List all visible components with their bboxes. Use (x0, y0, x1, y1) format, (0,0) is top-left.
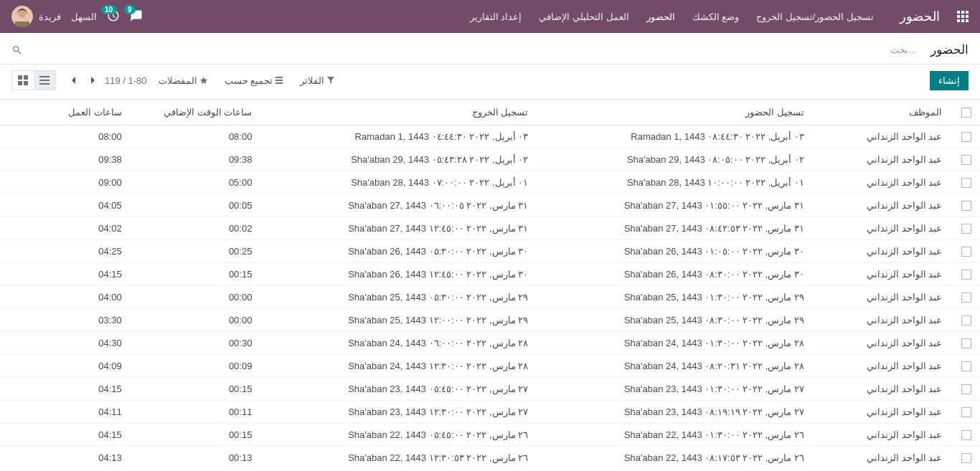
pager-text[interactable]: 1-80 / 119 (105, 75, 147, 86)
svg-point-1 (19, 9, 26, 18)
support-link[interactable]: السهل (71, 11, 97, 22)
table-row[interactable]: عبد الواحد الزنداني ٣١ مارس, ٢٠٢٢ ٠١:٥٥:… (0, 194, 980, 217)
col-employee[interactable]: الموظف (813, 100, 951, 125)
cell-extra-hours: 08:00 (131, 125, 261, 148)
messaging-icon[interactable]: 9 (130, 9, 143, 24)
cell-check-in: ٢٦ مارس, ٢٠٢٢ ٠١:٣٠:٠٠ Sha'aban 22, 1443 (537, 424, 813, 447)
cell-employee: عبد الواحد الزنداني (813, 401, 951, 424)
col-check-out[interactable]: تسجيل الخروج (260, 100, 537, 125)
nav-overtime[interactable]: العمل التحليلي الإضافي (539, 11, 628, 22)
cell-worked-hours: 04:13 (0, 447, 131, 467)
table-row[interactable]: عبد الواحد الزنداني ٢٩ مارس, ٢٠٢٢ ٠١:٣٠:… (0, 286, 980, 309)
cell-worked-hours: 04:25 (0, 240, 131, 263)
table-row[interactable]: عبد الواحد الزنداني ٢٩ مارس, ٢٠٢٢ ٠٨:٣٠:… (0, 309, 980, 332)
cell-extra-hours: 00:15 (131, 263, 261, 286)
cell-check-in: ٢٩ مارس, ٢٠٢٢ ٠٨:٣٠:٠٠ Sha'aban 25, 1443 (537, 309, 813, 332)
create-button[interactable]: إنشاء (930, 71, 969, 90)
table-row[interactable]: عبد الواحد الزنداني ٠٢ أبريل, ٢٠٢٢ ٠٨:٠٥… (0, 148, 980, 171)
table-row[interactable]: عبد الواحد الزنداني ٢٧ مارس, ٢٠٢٢ ٠٨:١٩:… (0, 401, 980, 424)
nav-attendance[interactable]: الحضور (646, 11, 675, 22)
table-row[interactable]: عبد الواحد الزنداني ٣٠ مارس, ٢٠٢٢ ٠١:٠٥:… (0, 240, 980, 263)
row-checkbox[interactable] (961, 384, 971, 394)
cell-extra-hours: 00:30 (131, 332, 261, 355)
row-checkbox[interactable] (961, 270, 971, 280)
table-row[interactable]: عبد الواحد الزنداني ٢٦ مارس, ٢٠٢٢ ٠٨:١٧:… (0, 447, 980, 467)
row-checkbox[interactable] (961, 361, 971, 371)
pager-prev[interactable] (86, 74, 99, 87)
cell-check-out: ٢٨ مارس, ٢٠٢٢ ٠٦:٠٠:٠٠ Sha'aban 24, 1443 (260, 332, 537, 355)
search-input[interactable] (29, 42, 916, 58)
row-checkbox[interactable] (961, 407, 971, 417)
table-row[interactable]: عبد الواحد الزنداني ٣١ مارس, ٢٠٢٢ ٠٨:٤٢:… (0, 217, 980, 240)
col-worked-hours[interactable]: ساعات العمل (0, 100, 131, 125)
row-checkbox[interactable] (961, 247, 971, 257)
row-checkbox[interactable] (961, 155, 971, 165)
svg-rect-3 (275, 77, 283, 78)
filters-dropdown[interactable]: الفلاتر (300, 75, 334, 86)
cell-employee: عبد الواحد الزنداني (813, 171, 951, 194)
user-menu[interactable]: فريدة (11, 6, 61, 27)
svg-rect-4 (275, 80, 283, 81)
cell-check-in: ٣٠ مارس, ٢٠٢٢ ٠٨:٣٠:٠٠ Sha'aban 26, 1443 (537, 263, 813, 286)
nav-check-in-out[interactable]: تسجيل الحضور/تسجيل الخروج (756, 11, 874, 22)
cell-worked-hours: 04:00 (0, 286, 131, 309)
cell-employee: عبد الواحد الزنداني (813, 125, 951, 148)
cell-check-out: ٢٩ مارس, ٢٠٢٢ ٠٥:٣٠:٠٠ Sha'aban 25, 1443 (260, 286, 537, 309)
row-checkbox[interactable] (961, 178, 971, 188)
col-check-in[interactable]: تسجيل الحضور (537, 100, 813, 125)
cell-extra-hours: 00:00 (131, 309, 261, 332)
row-checkbox[interactable] (961, 201, 971, 211)
favorites-dropdown[interactable]: المفضلات (159, 75, 207, 86)
username: فريدة (39, 11, 61, 22)
table-row[interactable]: عبد الواحد الزنداني ٢٨ مارس, ٢٠٢٢ ٠٨:٢٠:… (0, 355, 980, 378)
table-row[interactable]: عبد الواحد الزنداني ٢٧ مارس, ٢٠٢٢ ٠١:٣٠:… (0, 378, 980, 401)
table-row[interactable]: عبد الواحد الزنداني ٣٠ مارس, ٢٠٢٢ ٠٨:٣٠:… (0, 263, 980, 286)
search-icon[interactable] (11, 44, 23, 56)
cell-extra-hours: 00:25 (131, 240, 261, 263)
cell-extra-hours: 05:00 (131, 171, 261, 194)
row-checkbox[interactable] (961, 430, 971, 440)
table-row[interactable]: عبد الواحد الزنداني ٢٦ مارس, ٢٠٢٢ ٠١:٣٠:… (0, 424, 980, 447)
group-by-dropdown[interactable]: تجميع حسب (225, 75, 283, 86)
cell-check-in: ٢٧ مارس, ٢٠٢٢ ٠٨:١٩:١٩ Sha'aban 23, 1443 (537, 401, 813, 424)
list-view-button[interactable] (34, 71, 55, 90)
cell-worked-hours: 04:15 (0, 378, 131, 401)
row-checkbox[interactable] (961, 338, 971, 348)
table-scroll[interactable]: الموظف تسجيل الحضور تسجيل الخروج ساعات ا… (0, 100, 980, 466)
cell-worked-hours: 04:02 (0, 217, 131, 240)
cell-employee: عبد الواحد الزنداني (813, 309, 951, 332)
table-row[interactable]: عبد الواحد الزنداني ٢٨ مارس, ٢٠٢٢ ٠١:٣٠:… (0, 332, 980, 355)
cell-check-in: ٢٧ مارس, ٢٠٢٢ ٠١:٣٠:٠٠ Sha'aban 23, 1443 (537, 378, 813, 401)
cell-check-out: ٢٧ مارس, ٢٠٢٢ ١٢:٣٠:٠٠ Sha'aban 23, 1443 (260, 401, 537, 424)
kanban-view-button[interactable] (12, 71, 34, 90)
cell-worked-hours: 09:38 (0, 148, 131, 171)
table-row[interactable]: عبد الواحد الزنداني ٠١ أبريل, ٢٠٢٢ ١٠:٠٠… (0, 171, 980, 194)
nav-kiosk[interactable]: وضع الكشك (692, 11, 740, 22)
row-checkbox[interactable] (961, 132, 971, 142)
activity-icon[interactable]: 10 (107, 9, 120, 24)
apps-icon[interactable] (957, 11, 969, 22)
select-all-checkbox[interactable] (961, 108, 971, 118)
cell-extra-hours: 00:15 (131, 378, 261, 401)
cell-extra-hours: 00:11 (131, 401, 261, 424)
attendance-table: الموظف تسجيل الحضور تسجيل الخروج ساعات ا… (0, 100, 980, 466)
row-checkbox[interactable] (961, 453, 971, 463)
row-checkbox[interactable] (961, 315, 971, 325)
svg-rect-11 (18, 81, 22, 85)
cell-check-in: ٢٨ مارس, ٢٠٢٢ ٠١:٣٠:٠٠ Sha'aban 24, 1443 (537, 332, 813, 355)
cell-employee: عبد الواحد الزنداني (813, 447, 951, 467)
cell-worked-hours: 04:30 (0, 332, 131, 355)
nav-reporting[interactable]: إعداد التقارير (470, 11, 522, 22)
pager-next[interactable] (67, 74, 80, 87)
activity-badge: 10 (101, 5, 116, 14)
star-icon (200, 77, 207, 84)
row-checkbox[interactable] (961, 292, 971, 303)
col-extra-hours[interactable]: ساعات الوقت الإضافي (131, 100, 261, 125)
svg-rect-7 (39, 80, 50, 81)
cell-check-out: ٢٦ مارس, ٢٠٢٢ ١٢:٣٠:٥٣ Sha'aban 22, 1443 (260, 447, 537, 467)
table-row[interactable]: عبد الواحد الزنداني ٠٣ أبريل, ٢٠٢٢ ٠٨:٤٤… (0, 125, 980, 148)
row-checkbox[interactable] (961, 224, 971, 234)
cell-employee: عبد الواحد الزنداني (813, 194, 951, 217)
svg-rect-12 (24, 81, 28, 85)
avatar (11, 6, 33, 27)
